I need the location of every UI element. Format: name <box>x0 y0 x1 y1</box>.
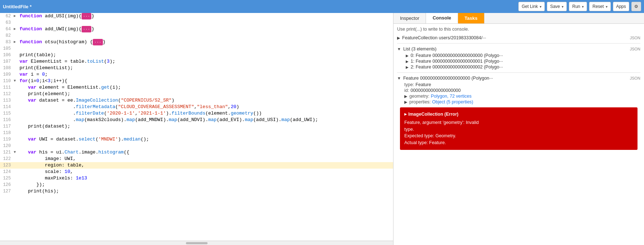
run-arrow: ▾ <box>582 5 584 9</box>
code-line: 106 print(table); <box>0 52 393 58</box>
list-item-0: 0: Feature 00000000000000000000 (Polygo·… <box>406 53 640 58</box>
code-line: 62 ▶ function add_USI(img){···} <box>0 13 393 19</box>
code-line: 83 ▶ function otsu(histogram) {···} <box>0 39 393 45</box>
feature-type-val: Feature <box>415 82 431 87</box>
code-line: 110 ▼ for(i=0;i<3;i++){ <box>0 78 393 84</box>
reset-button[interactable]: Reset ▾ <box>589 2 610 11</box>
save-label: Save <box>550 4 560 9</box>
expand-icon[interactable] <box>397 36 400 40</box>
console-entry-list: List (3 elements) JSON <box>397 46 640 52</box>
code-line: 117 print(dataset); <box>0 123 393 130</box>
code-line: 116 .map(maskS2clouds).map(add_MNDWI).ma… <box>0 117 393 123</box>
feature-geometry-val[interactable]: Polygon, 72 vertices <box>431 94 472 99</box>
feature-geometry-key: geometry: <box>409 94 430 99</box>
code-line: 113 var dataset = ee.ImageCollection("CO… <box>0 97 393 104</box>
feature-label: Feature 00000000000000000000 (Polygon··· <box>403 76 493 81</box>
console-entry-featurecollection: FeatureCollection users/201983330084/···… <box>397 35 640 40</box>
list-label: List (3 elements) <box>403 46 436 52</box>
code-line: 127 print(his); <box>0 188 393 195</box>
apps-label: Apps <box>616 4 626 9</box>
list-item-1: 1: Feature 00000000000000000001 (Polygo·… <box>406 59 640 64</box>
right-panel: Inspector Console Tasks Use print(...) t… <box>393 13 644 245</box>
code-line: 64 ▶ function add_UWI(img){···} <box>0 26 393 32</box>
run-label: Run <box>572 4 580 9</box>
geometry-expand[interactable] <box>404 94 407 99</box>
feature-properties-key: properties: <box>409 99 431 104</box>
apps-button[interactable]: Apps <box>613 2 629 11</box>
error-box: ▸ ImageCollection (Error) Feature, argum… <box>400 107 638 150</box>
code-line: 121 ▼ var his = ui.Chart.image.histogram… <box>0 149 393 156</box>
code-line: 107 var ElementList = table.toList(3); <box>0 58 393 65</box>
code-line: 115 .filterDate('2020-1-1','2021-1-1').f… <box>0 110 393 117</box>
feature-json[interactable]: JSON <box>630 76 640 80</box>
code-line: 111 var element = ElementList.get(i); <box>0 84 393 91</box>
settings-button[interactable]: ⚙ <box>631 2 641 11</box>
console-entry-feature: Feature 00000000000000000000 (Polygon···… <box>397 76 640 104</box>
run-button[interactable]: Run ▾ <box>569 2 587 11</box>
feature-type-key: type: <box>404 82 414 87</box>
save-arrow: ▾ <box>562 5 564 9</box>
list-item-2: 2: Feature 00000000000000000002 (Polygo·… <box>406 64 640 70</box>
code-line: 126 }); <box>0 182 393 188</box>
item2-expand[interactable] <box>406 65 409 69</box>
error-title: ImageCollection (Error) <box>408 111 458 118</box>
properties-expand[interactable] <box>404 100 407 104</box>
code-line: 120 <box>0 143 393 149</box>
main-area: 62 ▶ function add_USI(img){···} 63 64 ▶ … <box>0 13 644 245</box>
code-line: 105 <box>0 45 393 52</box>
code-line: 114 .filterMetadata("CLOUD_COVERAGE_ASSE… <box>0 104 393 110</box>
console-hint: Use print(...) to write to this console. <box>397 27 640 32</box>
get-link-label: Get Link <box>522 4 538 9</box>
code-scroll-area[interactable]: 62 ▶ function add_USI(img){···} 63 64 ▶ … <box>0 13 393 241</box>
error-line-3: Expected type: Geometry. <box>404 133 633 139</box>
tab-tasks[interactable]: Tasks <box>458 13 484 23</box>
code-line: 108 print(ElementList); <box>0 65 393 71</box>
file-title: UntitledFile * <box>3 4 31 9</box>
code-editor: 62 ▶ function add_USI(img){···} 63 64 ▶ … <box>0 13 393 245</box>
console-content[interactable]: Use print(...) to write to this console.… <box>393 24 644 245</box>
code-line: 82 <box>0 32 393 39</box>
feature-properties-val[interactable]: Object (5 properties) <box>432 99 473 104</box>
divider2 <box>397 72 640 73</box>
code-line: 123 region: table, <box>0 162 393 169</box>
featurecollection-json[interactable]: JSON <box>630 36 640 40</box>
code-line: 124 scale: 10, <box>0 169 393 175</box>
code-line: 109 var i = 0; <box>0 71 393 78</box>
feature-id-key: id: <box>404 88 409 93</box>
tab-inspector[interactable]: Inspector <box>393 13 426 23</box>
feature-expand-icon[interactable] <box>397 76 401 80</box>
code-line: 112 print(element); <box>0 91 393 97</box>
code-line: 125 maxPixels: 1e13 <box>0 175 393 182</box>
horizontal-scrollbar[interactable] <box>0 241 393 245</box>
item2-label: 2: Feature 00000000000000000002 (Polygo·… <box>410 64 503 70</box>
item0-expand[interactable] <box>406 54 409 58</box>
feature-id-val: 00000000000000000000 <box>410 88 461 93</box>
error-header: ▸ ImageCollection (Error) <box>404 111 633 118</box>
reset-label: Reset <box>592 4 604 9</box>
topbar: UntitledFile * Get Link ▾ Save ▾ Run ▾ R… <box>0 0 644 13</box>
tab-console[interactable]: Console <box>426 13 458 23</box>
save-button[interactable]: Save ▾ <box>547 2 567 11</box>
get-link-button[interactable]: Get Link ▾ <box>518 2 545 11</box>
item0-label: 0: Feature 00000000000000000000 (Polygo·… <box>410 53 503 58</box>
feature-id-row: id: 00000000000000000000 <box>404 88 640 93</box>
featurecollection-label: FeatureCollection users/201983330084/··· <box>402 35 486 40</box>
error-line-4: Actual type: Feature. <box>404 139 633 146</box>
feature-properties-row: properties: Object (5 properties) <box>404 99 640 104</box>
scrollbar-handle <box>186 242 208 244</box>
error-line-2: type. <box>404 126 633 133</box>
error-line-1: Feature, argument 'geometry': Invalid <box>404 119 633 126</box>
reset-arrow: ▾ <box>606 5 608 9</box>
item1-expand[interactable] <box>406 59 409 63</box>
code-line: 119 var UWI = dataset.select('MNDWI').me… <box>0 136 393 143</box>
divider <box>397 43 640 44</box>
list-json[interactable]: JSON <box>630 47 640 51</box>
list-expand-icon[interactable] <box>397 47 401 51</box>
gear-icon: ⚙ <box>634 4 638 9</box>
code-line: 118 <box>0 130 393 136</box>
error-triangle-icon: ▸ <box>404 111 407 118</box>
code-line: 122 image: UWI, <box>0 156 393 162</box>
item1-label: 1: Feature 00000000000000000001 (Polygo·… <box>410 59 503 64</box>
tab-bar: Inspector Console Tasks <box>393 13 644 24</box>
code-line: 63 <box>0 19 393 26</box>
